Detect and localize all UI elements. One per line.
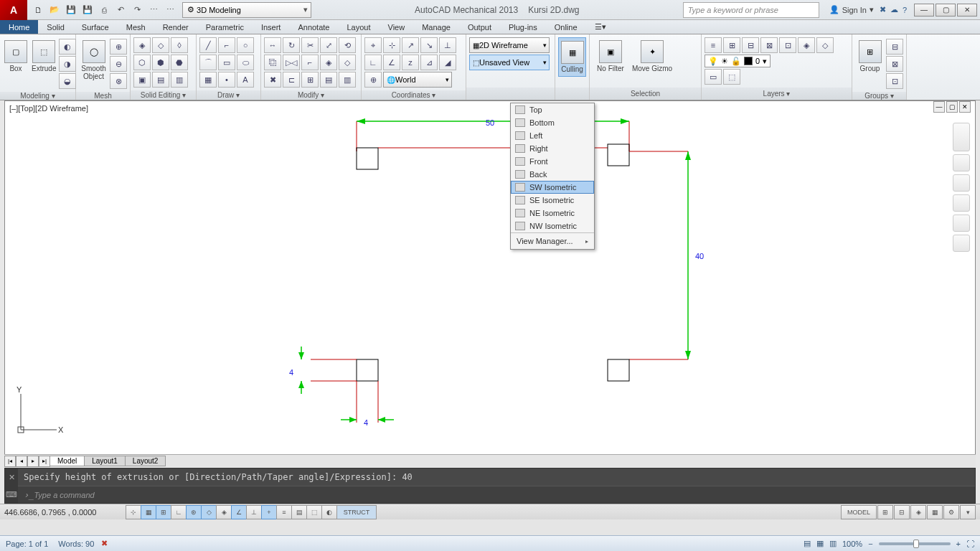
mod-copy[interactable]: ⿻ xyxy=(264,55,281,70)
sb-ortho[interactable]: ∟ xyxy=(171,505,187,519)
cloud-icon[interactable]: ☁ xyxy=(890,5,898,14)
mod-array[interactable]: ⊞ xyxy=(301,72,319,88)
tab-manage[interactable]: Manage xyxy=(413,20,459,34)
panel-groups-label[interactable]: Groups ▾ xyxy=(852,92,906,100)
modeling-sm1[interactable]: ◐ xyxy=(59,39,76,55)
zoom-percent[interactable]: 100% xyxy=(842,540,862,548)
mesh-sm3[interactable]: ⊗ xyxy=(110,73,127,89)
se-2[interactable]: ◇ xyxy=(152,37,169,53)
se-7[interactable]: ▣ xyxy=(133,72,151,88)
se-1[interactable]: ◈ xyxy=(133,37,151,53)
tab-first[interactable]: |◂ xyxy=(4,456,16,467)
draw-line[interactable]: ╱ xyxy=(199,37,217,53)
tab-output[interactable]: Output xyxy=(459,20,500,34)
grp-2[interactable]: ⊠ xyxy=(886,56,903,72)
panel-modify-label[interactable]: Modify ▾ xyxy=(261,90,361,100)
tab-surface[interactable]: Surface xyxy=(73,20,118,34)
qat-saveas-icon[interactable]: 💾 xyxy=(80,2,95,18)
coord-ucs[interactable]: ⊕ xyxy=(364,72,382,88)
extrude-button[interactable]: ⬚ Extrude xyxy=(30,37,57,75)
mod-erase[interactable]: ✖ xyxy=(264,72,281,88)
layer-b4[interactable]: ⊠ xyxy=(760,37,778,53)
draw-hatch[interactable]: ▦ xyxy=(199,72,217,88)
unsaved-view-dropdown[interactable]: ⬚ Unsaved View xyxy=(469,55,550,70)
se-5[interactable]: ⬢ xyxy=(152,55,169,70)
mod-a1[interactable]: ◈ xyxy=(320,55,337,70)
gizmo-button[interactable]: ✦ Move Gizmo xyxy=(630,37,674,75)
panel-coords-label[interactable]: Coordinates ▾ xyxy=(362,90,466,100)
mod-offset[interactable]: ⊏ xyxy=(283,72,300,88)
sb-grid[interactable]: ⊞ xyxy=(156,505,171,519)
layer-c1[interactable]: ▭ xyxy=(705,69,722,85)
panel-draw-label[interactable]: Draw ▾ xyxy=(197,90,260,100)
sb-r5[interactable]: ⚙ xyxy=(943,505,959,519)
coord-7[interactable]: ∠ xyxy=(383,55,400,70)
se-3[interactable]: ◊ xyxy=(171,37,188,53)
coord-8[interactable]: z xyxy=(402,55,419,70)
view-top[interactable]: Top xyxy=(511,103,594,116)
zoom-slider[interactable] xyxy=(879,542,951,545)
zoom-in[interactable]: + xyxy=(956,540,961,548)
signin-button[interactable]: 👤 Sign In ▾ xyxy=(829,5,874,14)
sb-struct[interactable]: STRUCT xyxy=(336,505,377,519)
tab-insert[interactable]: Insert xyxy=(253,20,290,34)
tab-layout2[interactable]: Layout2 xyxy=(125,456,166,466)
coord-6[interactable]: ∟ xyxy=(364,55,382,70)
cmd-handle[interactable]: ✕ xyxy=(5,468,18,486)
qat-new-icon[interactable]: 🗋 xyxy=(30,2,46,18)
tab-view[interactable]: View xyxy=(380,20,414,34)
draw-arc[interactable]: ⌒ xyxy=(199,55,217,70)
tab-online[interactable]: Online xyxy=(546,20,586,34)
qat-save-icon[interactable]: 💾 xyxy=(63,2,79,18)
sb-model[interactable]: MODEL xyxy=(841,505,877,519)
view-bottom[interactable]: Bottom xyxy=(511,116,594,129)
tab-solid[interactable]: Solid xyxy=(38,20,72,34)
search-input[interactable]: Type a keyword or phrase xyxy=(683,2,819,18)
sb-otrack[interactable]: ∠ xyxy=(231,505,247,519)
sb-tpy[interactable]: ▤ xyxy=(291,505,307,519)
view-nw-iso[interactable]: NW Isometric xyxy=(511,220,594,232)
qat-undo-icon[interactable]: ↶ xyxy=(113,2,128,18)
tab-layout[interactable]: Layout xyxy=(338,20,379,34)
culling-button[interactable]: ▦ Culling xyxy=(558,37,586,77)
mesh-sm1[interactable]: ⊕ xyxy=(110,39,127,55)
tab-last[interactable]: ▸| xyxy=(39,456,50,467)
view-web-icon[interactable]: ▥ xyxy=(829,539,837,548)
grp-1[interactable]: ⊟ xyxy=(886,39,903,55)
qat-extra2-icon[interactable]: ⋯ xyxy=(162,2,178,18)
coord-3[interactable]: ↗ xyxy=(402,37,419,53)
mod-move[interactable]: ↔ xyxy=(264,37,281,53)
sb-r2[interactable]: ⊟ xyxy=(894,505,910,519)
layer-b5[interactable]: ⊡ xyxy=(779,37,796,53)
view-manager[interactable]: View Manager...▸ xyxy=(511,232,594,249)
coord-2[interactable]: ⊹ xyxy=(383,37,400,53)
coord-1[interactable]: ⌖ xyxy=(364,37,382,53)
sb-snap[interactable]: ▦ xyxy=(141,505,156,519)
mod-mirror[interactable]: ▷◁ xyxy=(283,55,300,70)
layer-b3[interactable]: ⊟ xyxy=(742,37,759,53)
mod-rotate[interactable]: ↻ xyxy=(283,37,300,53)
sb-qp[interactable]: ⬚ xyxy=(306,505,322,519)
box-button[interactable]: ▢ Box xyxy=(3,37,29,75)
view-print-icon[interactable]: ▤ xyxy=(804,539,811,548)
mod-b2[interactable]: ▥ xyxy=(339,72,356,88)
sb-r6[interactable]: ▾ xyxy=(960,505,976,519)
sb-dyn[interactable]: + xyxy=(261,505,277,519)
sb-polar[interactable]: ⊛ xyxy=(186,505,202,519)
modeling-sm2[interactable]: ◑ xyxy=(59,56,76,72)
draw-circle[interactable]: ○ xyxy=(237,37,254,53)
exchange-icon[interactable]: ✖ xyxy=(880,5,886,14)
panel-mesh-label[interactable]: Mesh xyxy=(76,92,130,100)
visual-style-dropdown[interactable]: ▦ 2D Wireframe xyxy=(469,37,550,53)
se-9[interactable]: ▥ xyxy=(171,72,188,88)
view-sw-iso[interactable]: SW Isometric xyxy=(511,181,594,194)
page-indicator[interactable]: Page: 1 of 1 xyxy=(6,540,48,548)
layer-b6[interactable]: ◈ xyxy=(798,37,815,53)
draw-point[interactable]: • xyxy=(218,72,235,88)
group-button[interactable]: ⊞ Group xyxy=(855,37,885,75)
draw-rect[interactable]: ▭ xyxy=(218,55,235,70)
tab-home[interactable]: Home xyxy=(0,20,38,34)
layer-b1[interactable]: ≡ xyxy=(705,37,722,53)
fullscreen-icon[interactable]: ⛶ xyxy=(966,540,974,548)
workspace-dropdown[interactable]: ⚙ 3D Modeling xyxy=(182,2,311,18)
